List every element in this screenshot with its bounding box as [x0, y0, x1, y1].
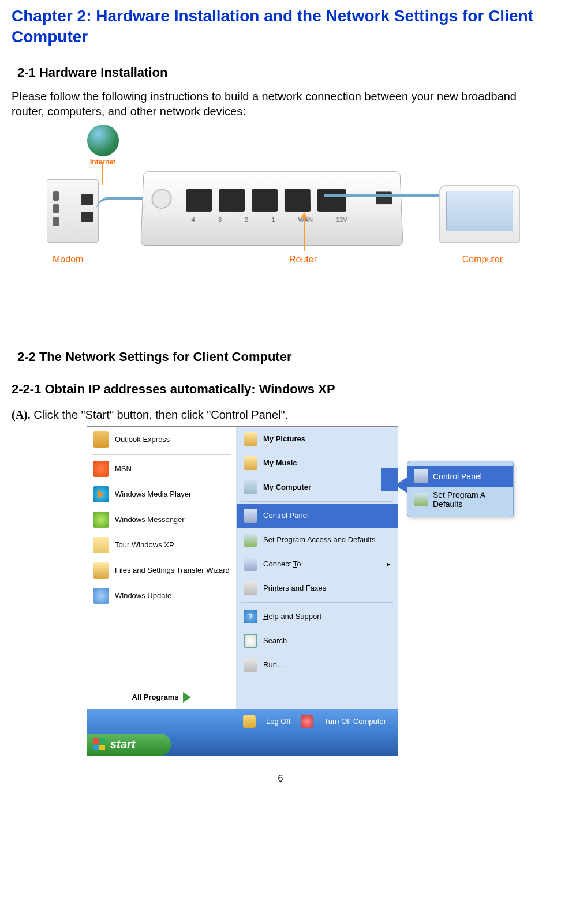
- set-program-icon: [414, 493, 428, 506]
- step-a-text: Click the "Start" button, then click "Co…: [31, 408, 288, 421]
- menu-item-label: My Pictures: [263, 434, 305, 443]
- start-menu-item[interactable]: My Computer: [237, 475, 398, 499]
- ic-run-icon: [244, 658, 257, 672]
- network-diagram: Internet Modem 4 3 2 1 WAN 12V Router Co…: [41, 130, 520, 303]
- computer-label: Computer: [462, 254, 503, 265]
- globe-connector: [102, 162, 103, 185]
- callout-set-program[interactable]: Set Program A Defaults: [407, 487, 513, 512]
- menu-item-label: Windows Media Player: [115, 490, 191, 498]
- port-label-1: 1: [271, 216, 275, 223]
- menu-item-label: MSN: [115, 464, 132, 473]
- ic-wm-icon: [93, 512, 109, 528]
- menu-item-label: Control Panel: [263, 511, 309, 520]
- menu-item-label: Search: [263, 636, 287, 645]
- callout-control-panel[interactable]: Control Panel: [407, 466, 513, 487]
- ic-cpanel-icon: [244, 509, 257, 523]
- computer-icon: [439, 185, 520, 243]
- menu-item-label: My Computer: [263, 483, 311, 491]
- start-menu-item[interactable]: Connect To▸: [237, 552, 398, 576]
- start-menu-item[interactable]: MSN: [87, 456, 236, 482]
- port-label-3: 3: [218, 216, 222, 223]
- start-menu-item[interactable]: Windows Update: [87, 583, 236, 609]
- all-programs-button[interactable]: All Programs: [87, 685, 236, 709]
- ic-wmp-icon: [93, 486, 109, 502]
- menu-item-label: Windows Messenger: [115, 515, 185, 524]
- all-programs-label: All Programs: [132, 693, 179, 701]
- menu-item-label: Windows Update: [115, 591, 171, 600]
- ic-pics-icon: [244, 432, 257, 446]
- page-number: 6: [12, 773, 549, 784]
- ic-comp-icon: [244, 480, 257, 494]
- control-panel-icon: [414, 469, 428, 483]
- turnoff-label[interactable]: Turn Off Computer: [324, 717, 386, 726]
- step-a: (A). Click the "Start" button, then clic…: [12, 408, 549, 422]
- start-menu-item[interactable]: Files and Settings Transfer Wizard: [87, 558, 236, 583]
- port-label-2: 2: [245, 216, 248, 223]
- section-2-1-body: Please follow the following instructions…: [12, 89, 549, 119]
- logoff-label[interactable]: Log Off: [266, 717, 290, 726]
- start-button-label: start: [110, 738, 135, 751]
- menu-item-label: Files and Settings Transfer Wizard: [115, 566, 230, 574]
- callout-item2-label: Set Program A Defaults: [433, 490, 485, 509]
- ic-msn-icon: [93, 461, 109, 477]
- callout-popup: Control Panel Set Program A Defaults: [407, 461, 514, 517]
- callout-item1-label: Control Panel: [433, 472, 482, 481]
- port-label-12v: 12V: [336, 216, 347, 223]
- menu-item-label: Run...: [263, 660, 283, 669]
- start-menu-item[interactable]: Windows Messenger: [87, 507, 236, 532]
- menu-item-label: Outlook Express: [115, 435, 170, 444]
- port-label-4: 4: [191, 216, 195, 223]
- modem-icon: [47, 179, 99, 243]
- menu-item-label: Help and Support: [263, 612, 321, 621]
- menu-item-label: My Music: [263, 459, 297, 467]
- ic-pf-icon: [244, 581, 257, 595]
- section-2-2-title: 2-2 The Network Settings for Client Comp…: [17, 350, 549, 365]
- start-menu-item[interactable]: Control Panel: [237, 504, 398, 528]
- start-menu-footer: Log Off Turn Off Computer: [87, 709, 398, 734]
- ic-music-icon: [244, 456, 257, 470]
- submenu-arrow-icon: ▸: [387, 559, 391, 568]
- start-menu-item[interactable]: ?Help and Support: [237, 604, 398, 629]
- menu-item-label: Connect To: [263, 559, 301, 568]
- start-menu-item[interactable]: Windows Media Player: [87, 482, 236, 507]
- start-menu-screenshot: Outlook ExpressMSNWindows Media PlayerWi…: [87, 426, 398, 756]
- start-menu-item[interactable]: My Pictures: [237, 427, 398, 451]
- turnoff-icon[interactable]: [301, 715, 313, 728]
- chapter-title: Chapter 2: Hardware Installation and the…: [12, 6, 549, 48]
- ic-search-icon: [244, 634, 257, 648]
- ic-conn-icon: [244, 557, 257, 571]
- ic-help-icon: ?: [244, 610, 257, 623]
- start-menu-item[interactable]: Tour Windows XP: [87, 532, 236, 558]
- triangle-right-icon: [183, 692, 191, 703]
- logoff-icon[interactable]: [243, 715, 256, 728]
- menu-item-label: Set Program Access and Defaults: [263, 535, 375, 544]
- start-menu-item[interactable]: My Music: [237, 451, 398, 475]
- step-a-label: (A).: [12, 408, 31, 421]
- menu-item-label: Tour Windows XP: [115, 540, 174, 549]
- ic-outlook-icon: [93, 431, 109, 448]
- taskbar: start: [87, 734, 398, 756]
- menu-item-label: Printers and Faxes: [263, 584, 326, 592]
- section-2-1-title: 2-1 Hardware Installation: [17, 65, 549, 80]
- windows-flag-icon: [93, 738, 106, 751]
- modem-label: Modem: [53, 254, 83, 265]
- start-menu-item[interactable]: Set Program Access and Defaults: [237, 528, 398, 552]
- start-menu-item[interactable]: Printers and Faxes: [237, 576, 398, 600]
- start-button[interactable]: start: [87, 734, 171, 756]
- ic-fst-icon: [93, 562, 109, 579]
- ic-wu-icon: [93, 588, 109, 604]
- router-arrow: [304, 217, 305, 251]
- ic-tour-icon: [93, 537, 109, 553]
- router-label: Router: [289, 254, 317, 265]
- start-menu-item[interactable]: Outlook Express: [87, 427, 236, 452]
- globe-icon: [87, 125, 119, 156]
- start-menu-right-column: My PicturesMy MusicMy ComputerControl Pa…: [237, 427, 398, 709]
- ic-spa-icon: [244, 533, 257, 547]
- start-menu-left-column: Outlook ExpressMSNWindows Media PlayerWi…: [87, 427, 237, 709]
- section-2-2-1-title: 2-2-1 Obtain IP addresses automatically:…: [12, 382, 549, 397]
- start-menu-item[interactable]: Run...: [237, 653, 398, 677]
- start-menu-item[interactable]: Search: [237, 629, 398, 653]
